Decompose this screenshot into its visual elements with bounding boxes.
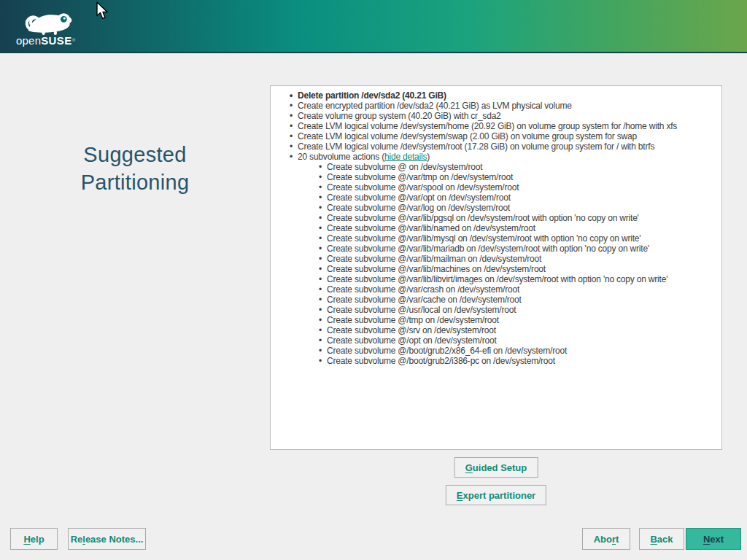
header-banner: openSUSE® xyxy=(0,0,747,53)
action-item: Create subvolume @/var/spool on /dev/sys… xyxy=(319,182,721,192)
action-item: Create subvolume @/tmp on /dev/system/ro… xyxy=(319,315,721,325)
guided-setup-button[interactable]: Guided Setup xyxy=(454,457,538,478)
help-button[interactable]: Help xyxy=(10,528,58,550)
action-item: Create subvolume @/var/cache on /dev/sys… xyxy=(319,295,721,305)
action-item: Create subvolume @/opt on /dev/system/ro… xyxy=(319,335,721,346)
page-title: Suggested Partitioning xyxy=(44,141,226,196)
action-item-text: ) xyxy=(427,152,430,162)
action-item: Create LVM logical volume /dev/system/ro… xyxy=(290,141,721,152)
opensuse-logo: openSUSE® xyxy=(16,3,76,46)
chameleon-icon xyxy=(16,3,76,36)
action-item: Create subvolume @/var/lib/mailman on /d… xyxy=(319,254,721,264)
action-item: Create LVM logical volume /dev/system/sw… xyxy=(290,131,721,141)
action-item: Create subvolume @/var/lib/mariadb on /d… xyxy=(319,244,721,254)
action-item: Create subvolume @/var/tmp on /dev/syste… xyxy=(319,172,721,182)
back-button[interactable]: Back xyxy=(639,528,684,550)
action-item: Create subvolume @/var/opt on /dev/syste… xyxy=(319,192,721,203)
action-item: Create subvolume @/boot/grub2/x86_64-efi… xyxy=(319,346,721,356)
action-item: Create LVM logical volume /dev/system/ho… xyxy=(290,121,721,131)
action-item: Create encrypted partition /dev/sda2 (40… xyxy=(290,101,721,111)
action-item: Create subvolume @/var/lib/libvirt/image… xyxy=(319,274,721,284)
abort-button[interactable]: Abort xyxy=(582,528,630,550)
action-item: Create subvolume @/var/lib/mysql on /dev… xyxy=(319,233,721,244)
mouse-cursor-icon xyxy=(96,1,109,23)
action-item: Create subvolume @/var/lib/named on /dev… xyxy=(319,223,721,233)
next-button[interactable]: Next xyxy=(686,528,741,550)
action-item: Delete partition /dev/sda2 (40.21 GiB) xyxy=(290,90,721,101)
action-item-text: 20 subvolume actions ( xyxy=(298,152,384,162)
partitioning-actions-panel: Delete partition /dev/sda2 (40.21 GiB)Cr… xyxy=(270,85,722,450)
action-item: 20 subvolume actions (hide details) xyxy=(290,152,721,162)
release-notes-button[interactable]: Release Notes... xyxy=(68,528,146,550)
action-item: Create subvolume @/var/lib/machines on /… xyxy=(319,264,721,274)
brand-text: openSUSE® xyxy=(16,35,76,46)
brand-suse: SUSE xyxy=(41,34,71,47)
action-item: Create subvolume @/var/lib/pgsql on /dev… xyxy=(319,213,721,223)
action-item: Create volume group system (40.20 GiB) w… xyxy=(290,111,721,121)
action-item: Create subvolume @/boot/grub2/i386-pc on… xyxy=(319,356,721,366)
action-item: Create subvolume @/var/log on /dev/syste… xyxy=(319,203,721,213)
hide-details-link[interactable]: hide details xyxy=(384,152,427,162)
brand-open: open xyxy=(16,34,41,47)
actions-list: Delete partition /dev/sda2 (40.21 GiB)Cr… xyxy=(271,86,721,366)
action-item: Create subvolume @/srv on /dev/system/ro… xyxy=(319,325,721,335)
expert-partitioner-button[interactable]: Expert partitioner xyxy=(446,485,546,505)
brand-trademark: ® xyxy=(72,38,76,42)
action-item: Create subvolume @/var/crash on /dev/sys… xyxy=(319,284,721,295)
action-item: Create subvolume @/usr/local on /dev/sys… xyxy=(319,305,721,315)
action-item: Create subvolume @ on /dev/system/root xyxy=(319,162,721,172)
title-column: Suggested Partitioning xyxy=(0,141,270,196)
